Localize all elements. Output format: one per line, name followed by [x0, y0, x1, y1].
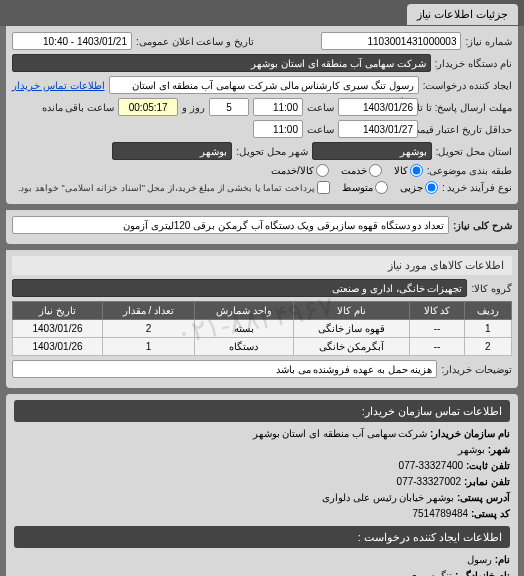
- table-header: واحد شمارش: [194, 302, 293, 320]
- table-header: تاریخ نیاز: [13, 302, 103, 320]
- table-cell: 1: [103, 338, 195, 356]
- table-cell: دستگاه: [194, 338, 293, 356]
- need-summary-label: شرح کلی نیاز:: [453, 220, 512, 231]
- contact-address-row: آدرس پستی: بوشهر خیابان رئیس علی دلواری: [14, 490, 510, 506]
- contact-postal-row: کد پستی: 7514789484: [14, 506, 510, 522]
- deadline-time: 11:00: [253, 98, 303, 116]
- buy-type-label: نوع فرآیند خرید :: [442, 182, 512, 193]
- table-cell: قهوه ساز خانگی: [293, 320, 410, 338]
- treasury-checkbox[interactable]: پرداخت تماما یا بخشی از مبلغ خرید،از محل…: [18, 181, 330, 194]
- deadline-date: 1403/01/26: [338, 98, 418, 116]
- radio-medium-label: متوسط: [342, 182, 373, 193]
- radio-service-label: خدمت: [341, 165, 367, 176]
- table-cell: 1: [464, 320, 511, 338]
- remaining-label: ساعت باقی مانده: [42, 102, 115, 113]
- days-value: 5: [209, 98, 249, 116]
- radio-kala-input[interactable]: [410, 164, 423, 177]
- group-value: تجهیزات خانگی، اداری و صنعتی: [12, 279, 467, 297]
- table-cell: آبگرمکن خانگی: [293, 338, 410, 356]
- radio-medium-input[interactable]: [375, 181, 388, 194]
- radio-service-input[interactable]: [369, 164, 382, 177]
- remaining-time: 00:05:17: [118, 98, 178, 116]
- creator-fname-row: نام: رسول: [14, 552, 510, 568]
- requester-value: رسول تنگ سیری کارشناس مالی شرکت سهامی آب…: [109, 76, 419, 94]
- table-header: نام کالا: [293, 302, 410, 320]
- treasury-checkbox-input[interactable]: [317, 181, 330, 194]
- tab-need-details[interactable]: جزئیات اطلاعات نیاز: [407, 4, 518, 25]
- days-label: روز و: [182, 102, 205, 113]
- deliver-state-label: استان محل تحویل:: [436, 146, 512, 157]
- table-row[interactable]: 2--آبگرمکن خانگیدستگاه11403/01/26: [13, 338, 512, 356]
- radio-service[interactable]: خدمت: [341, 164, 382, 177]
- contact-link[interactable]: اطلاعات تماس خریدار: [12, 80, 105, 91]
- radio-kala-service-input[interactable]: [316, 164, 329, 177]
- table-cell: بسته: [194, 320, 293, 338]
- goods-table: ردیفکد کالانام کالاواحد شمارشتعداد / مقد…: [12, 301, 512, 356]
- need-number-label: شماره نیاز:: [465, 36, 512, 47]
- table-header: ردیف: [464, 302, 511, 320]
- deadline-label: مهلت ارسال پاسخ: تا تاریخ:: [422, 102, 512, 113]
- buyer-org-value: شرکت سهامی آب منطقه ای استان بوشهر: [12, 54, 431, 72]
- need-summary-value: تعداد دو دستگاه قهوه سازبرقی ویک دستگاه …: [12, 216, 449, 234]
- radio-partial[interactable]: جزیی: [400, 181, 438, 194]
- contact-header: اطلاعات تماس سازمان خریدار:: [14, 400, 510, 422]
- requester-label: ایجاد کننده درخواست:: [423, 80, 512, 91]
- deliver-state-value: بوشهر: [312, 142, 432, 160]
- buyer-desc-label: توضیحات خریدار:: [441, 364, 512, 375]
- treasury-note: پرداخت تماما یا بخشی از مبلغ خرید،از محل…: [18, 183, 315, 193]
- contact-fax-row: تلفن نمابر: 33327002-077: [14, 474, 510, 490]
- deliver-city-value: بوشهر: [112, 142, 232, 160]
- public-date-value: 1403/01/21 - 10:40: [12, 32, 132, 50]
- budget-label: طبقه بندی موضوعی:: [427, 165, 512, 176]
- buyer-desc-value: هزینه حمل به عهده فروشنده می باشد: [12, 360, 437, 378]
- deadline-time-label: ساعت: [307, 102, 334, 113]
- contact-phone-row: تلفن ثابت: 33327400-077: [14, 458, 510, 474]
- table-cell: 1403/01/26: [13, 320, 103, 338]
- validity-label: حداقل تاریخ اعتبار قیمت: تا تاریخ:: [422, 124, 512, 135]
- need-number-value: 1103001431000003: [321, 32, 461, 50]
- validity-time: 11:00: [253, 120, 303, 138]
- contact-city-row: شهر: بوشهر: [14, 442, 510, 458]
- radio-partial-label: جزیی: [400, 182, 423, 193]
- table-row[interactable]: 1--قهوه ساز خانگیبسته21403/01/26: [13, 320, 512, 338]
- goods-header: اطلاعات کالاهای مورد نیاز: [12, 256, 512, 275]
- table-cell: 2: [103, 320, 195, 338]
- creator-header: اطلاعات ایجاد کننده درخواست :: [14, 526, 510, 548]
- radio-medium[interactable]: متوسط: [342, 181, 388, 194]
- contact-org-row: نام سازمان خریدار: شرکت سهامی آب منطقه ا…: [14, 426, 510, 442]
- validity-time-label: ساعت: [307, 124, 334, 135]
- validity-date: 1403/01/27: [338, 120, 418, 138]
- table-cell: --: [410, 320, 465, 338]
- buyer-org-label: نام دستگاه خریدار:: [435, 58, 512, 69]
- group-label: گروه کالا:: [471, 283, 512, 294]
- radio-kala-service[interactable]: کالا/خدمت: [271, 164, 329, 177]
- table-header: کد کالا: [410, 302, 465, 320]
- radio-partial-input[interactable]: [425, 181, 438, 194]
- table-header: تعداد / مقدار: [103, 302, 195, 320]
- table-cell: 1403/01/26: [13, 338, 103, 356]
- radio-kala-label: کالا: [394, 165, 408, 176]
- deliver-city-label: شهر محل تحویل:: [236, 146, 307, 157]
- creator-lname-row: نام خانوادگی: تنگ سیری: [14, 568, 510, 576]
- public-date-label: تاریخ و ساعت اعلان عمومی:: [136, 36, 254, 47]
- radio-kala[interactable]: کالا: [394, 164, 423, 177]
- table-cell: 2: [464, 338, 511, 356]
- table-cell: --: [410, 338, 465, 356]
- radio-kala-service-label: کالا/خدمت: [271, 165, 314, 176]
